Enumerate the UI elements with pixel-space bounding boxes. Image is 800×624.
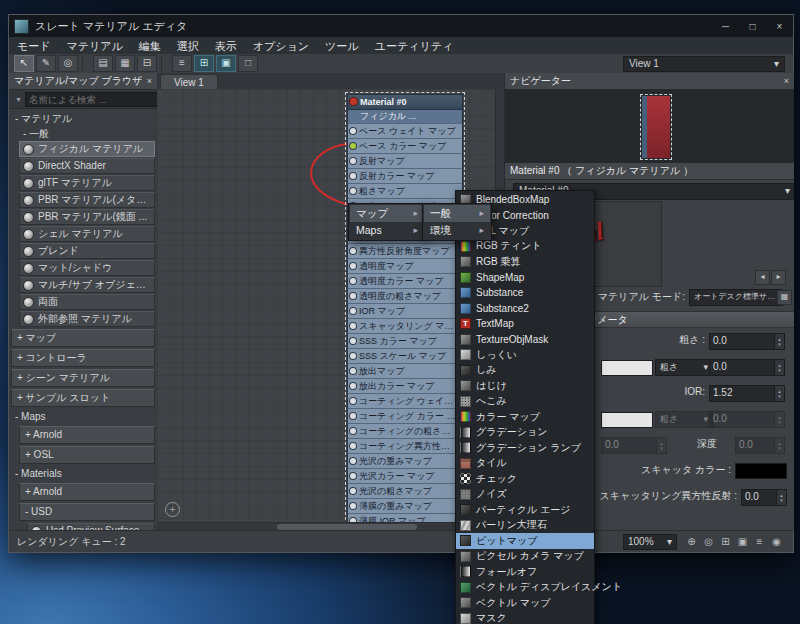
- map-menu-item[interactable]: ベクトル ディスプレイスメント: [456, 580, 594, 596]
- show-grid-icon[interactable]: ▣: [216, 55, 236, 72]
- node-slot[interactable]: IOR マップ: [347, 303, 463, 318]
- menubar-item-2[interactable]: 編集: [131, 38, 169, 54]
- transparency-color-swatch[interactable]: [601, 412, 653, 428]
- map-menu-item[interactable]: Substance: [456, 285, 594, 301]
- context-menu-item[interactable]: 環境▸: [424, 222, 490, 239]
- pencil-tool-icon[interactable]: ✎: [36, 55, 56, 72]
- menubar-item-4[interactable]: 表示: [207, 38, 245, 54]
- search-filter-icon[interactable]: ▼: [15, 96, 22, 103]
- map-menu-item[interactable]: カラー マップ: [456, 409, 594, 425]
- search-input[interactable]: [25, 92, 158, 107]
- node-editor-canvas[interactable]: Material #0 フィジカル ... ベース ウェイト マップベース カラ…: [157, 89, 504, 531]
- node-slot[interactable]: ベース カラー マップ: [347, 138, 463, 153]
- browser-item-7[interactable]: シェル マテリアル: [19, 226, 155, 242]
- layout-grid-icon[interactable]: ▤: [93, 55, 113, 72]
- hide-unused-slots-icon[interactable]: ⊟: [137, 55, 157, 72]
- node-slot[interactable]: 異方性反射角度マップ: [347, 243, 463, 258]
- pan-hand-icon[interactable]: ⊕: [684, 535, 699, 549]
- navigator-close-icon[interactable]: ×: [784, 76, 789, 86]
- material-sphere-icon[interactable]: ◎: [58, 55, 78, 72]
- navigator-canvas[interactable]: [505, 89, 794, 164]
- map-menu-item[interactable]: Substance2: [456, 301, 594, 317]
- context-menu-item[interactable]: Maps▸: [350, 222, 424, 239]
- browser-item-4[interactable]: glTF マテリアル: [19, 175, 155, 191]
- spinner-arrows[interactable]: ▴▾: [656, 438, 666, 453]
- map-menu-item[interactable]: タイル: [456, 456, 594, 472]
- select-arrow-icon[interactable]: ↖: [14, 55, 34, 72]
- pan-zoom-tool-icon[interactable]: □: [238, 55, 258, 72]
- node-slot[interactable]: 放出カラー マップ: [347, 378, 463, 393]
- spinner-arrows[interactable]: ▴▾: [774, 386, 784, 401]
- material-mode-dropdown[interactable]: オートデスク標準サーフェス準拠: [689, 289, 783, 306]
- view-selector-dropdown[interactable]: View 1 ▾: [623, 56, 785, 72]
- browser-item-10[interactable]: マルチ/サブ オブジェクト: [19, 277, 155, 293]
- node-slot[interactable]: 透明度カラー マップ: [347, 273, 463, 288]
- context-menu-item[interactable]: 一般▸: [424, 205, 490, 222]
- browser-item-2[interactable]: フィジカル マテリアル: [19, 141, 155, 157]
- map-menu-item[interactable]: パーリン大理石: [456, 518, 594, 534]
- map-menu-item[interactable]: グラデーション ランプ: [456, 440, 594, 456]
- navigator-node-thumbnail[interactable]: [640, 94, 672, 160]
- menubar-item-3[interactable]: 選択: [169, 38, 207, 54]
- browser-bar-18[interactable]: + Arnold: [19, 426, 155, 444]
- node-slot[interactable]: コーティング異方性反射 マ...: [347, 438, 463, 453]
- browser-item-6[interactable]: PBR マテリアル(鏡面 ...: [19, 209, 155, 225]
- menubar-item-0[interactable]: モード: [9, 38, 59, 54]
- browser-item-3[interactable]: DirectX Shader: [19, 158, 155, 174]
- zoom-region-icon[interactable]: ⊞: [718, 535, 733, 549]
- roughness-spinner[interactable]: 0.0 ▴▾: [709, 333, 785, 350]
- node-slot[interactable]: SSS カラー マップ: [347, 333, 463, 348]
- node-slot[interactable]: SSS スケール マップ: [347, 348, 463, 363]
- map-menu-item[interactable]: マスク: [456, 611, 594, 624]
- options-icon[interactable]: ◉: [769, 535, 784, 549]
- tab-view1[interactable]: View 1: [160, 74, 218, 90]
- spinner-arrows[interactable]: ▴▾: [774, 438, 784, 453]
- map-menu-item[interactable]: TTextMap: [456, 316, 594, 332]
- transparency-depth-left-spinner[interactable]: 0.0 ▴▾: [601, 437, 667, 454]
- pan-view-icon[interactable]: +: [165, 502, 180, 517]
- menubar-item-1[interactable]: マテリアル: [59, 38, 131, 54]
- scatter-color-swatch[interactable]: [735, 463, 787, 479]
- zoom-level-dropdown[interactable]: 100% ▾: [623, 534, 677, 550]
- preview-next-button[interactable]: ▸: [771, 270, 786, 285]
- map-menu-item[interactable]: ノイズ: [456, 487, 594, 503]
- node-title[interactable]: Material #0: [347, 94, 463, 110]
- node-slot[interactable]: コーティング カラー マップ: [347, 408, 463, 423]
- close-button[interactable]: ×: [766, 16, 793, 37]
- browser-item-11[interactable]: 両面: [19, 294, 155, 310]
- browser-bar-14[interactable]: + コントローラ: [11, 349, 155, 367]
- node-slot[interactable]: 薄膜の重みマップ: [347, 498, 463, 513]
- node-slot[interactable]: 光沢の重みマップ: [347, 453, 463, 468]
- browser-item-9[interactable]: マット/シャドウ: [19, 260, 155, 276]
- minimize-button[interactable]: ─: [712, 16, 739, 37]
- browser-close-icon[interactable]: ×: [147, 76, 152, 86]
- browser-bar-13[interactable]: + マップ: [11, 329, 155, 347]
- menubar-item-7[interactable]: ユーティリティ: [367, 38, 462, 54]
- map-menu-item[interactable]: ピクセル カメラ マップ: [456, 549, 594, 565]
- browser-item-5[interactable]: PBR マテリアル(メタル ...: [19, 192, 155, 208]
- node-slot[interactable]: ベース ウェイト マップ: [347, 123, 463, 138]
- menubar-item-6[interactable]: ツール: [317, 38, 367, 54]
- browser-bar-22[interactable]: - USD: [19, 503, 155, 521]
- ior-spinner[interactable]: 1.52 ▴▾: [709, 385, 785, 402]
- node-slot[interactable]: 反射カラー マップ: [347, 168, 463, 183]
- snap-grid-icon[interactable]: ⊞: [194, 55, 214, 72]
- map-menu-item[interactable]: しっくい: [456, 347, 594, 363]
- reflection-roughness-spinner[interactable]: 0.0 ▴▾: [709, 359, 785, 376]
- reflection-color-swatch[interactable]: [601, 360, 653, 376]
- scatter-anisotropy-spinner[interactable]: 0.0 ▴▾: [741, 489, 787, 506]
- node-slot[interactable]: 光沢の粗さマップ: [347, 483, 463, 498]
- depth-spinner[interactable]: 0.0 ▴▾: [735, 437, 785, 454]
- node-slot[interactable]: 放出マップ: [347, 363, 463, 378]
- map-menu-item[interactable]: パーティクル エージ: [456, 502, 594, 518]
- transparency-roughness-mode-dropdown[interactable]: 粗さ ▾: [655, 411, 713, 428]
- material-mode-options-icon[interactable]: ▦: [777, 290, 792, 305]
- spinner-arrows[interactable]: ▴▾: [776, 490, 786, 505]
- reflection-roughness-mode-dropdown[interactable]: 粗さ ▾: [655, 359, 713, 376]
- map-menu-item[interactable]: はじけ: [456, 378, 594, 394]
- node-slot[interactable]: 粗さマップ: [347, 183, 463, 198]
- context-menu-item[interactable]: マップ▸: [350, 205, 424, 222]
- map-menu-item[interactable]: RGB 乗算: [456, 254, 594, 270]
- map-menu-item[interactable]: ベクトル マップ: [456, 595, 594, 611]
- transparency-roughness-spinner[interactable]: 0.0 ▴▾: [709, 411, 785, 428]
